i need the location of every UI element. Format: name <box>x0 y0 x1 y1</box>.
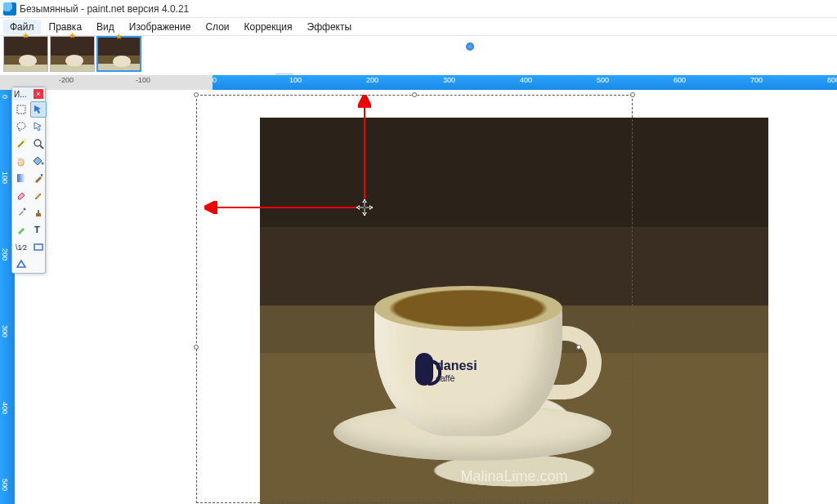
ruler-h-label: 0 <box>213 76 217 84</box>
menu-adjust[interactable]: Коррекция <box>238 20 299 34</box>
selection-handle[interactable] <box>576 345 581 350</box>
tool-shapes-rect[interactable] <box>30 239 47 255</box>
ruler-v-label: 200 <box>1 248 9 261</box>
document-thumbnails: ★ ★ ★ <box>0 36 837 72</box>
tool-shapes-tri[interactable] <box>13 256 29 272</box>
horizontal-ruler[interactable]: -300-200-1000100200300400500600700800900 <box>15 75 837 90</box>
close-icon[interactable]: × <box>34 89 43 99</box>
tool-clone[interactable] <box>30 204 47 221</box>
svg-point-29 <box>34 140 41 146</box>
svg-rect-33 <box>41 174 43 176</box>
svg-text:T: T <box>34 225 40 234</box>
svg-point-28 <box>17 123 25 129</box>
menu-effects[interactable]: Эффекты <box>301 20 359 34</box>
tool-pan[interactable] <box>13 153 29 169</box>
tool-eraser[interactable] <box>13 187 29 203</box>
svg-line-30 <box>40 145 43 149</box>
tool-line[interactable]: \1⁄2 <box>13 239 29 255</box>
unsaved-star-icon: ★ <box>22 31 29 40</box>
svg-rect-32 <box>17 174 25 182</box>
ruler-h-label: -100 <box>136 76 150 84</box>
ruler-v-label: 300 <box>1 325 9 337</box>
ruler-h-label: 700 <box>750 76 763 84</box>
tool-move-selected[interactable] <box>30 101 47 118</box>
tool-rect-select[interactable] <box>13 101 29 118</box>
tools-panel-title: И... <box>14 90 27 99</box>
ruler-h-label: 200 <box>366 76 378 84</box>
selection-handle[interactable] <box>194 92 199 97</box>
menu-bar: Файл Правка Вид Изображение Слои Коррекц… <box>0 18 837 36</box>
ruler-v-label: 100 <box>1 172 9 184</box>
tool-zoom[interactable] <box>30 136 47 152</box>
tool-move-selection[interactable] <box>30 118 47 135</box>
svg-rect-27 <box>17 105 25 114</box>
ruler-h-label: 400 <box>520 76 532 84</box>
menu-layers[interactable]: Слои <box>199 20 235 34</box>
selection-handle[interactable] <box>412 92 417 97</box>
ruler-h-label: -200 <box>59 76 74 84</box>
workspace: -300-200-1000100200300400500600700800900… <box>0 75 837 504</box>
tool-paint-bucket[interactable] <box>30 153 47 169</box>
window-title: Безымянный - paint.net версия 4.0.21 <box>20 3 189 15</box>
ruler-v-label: 0 <box>1 95 9 99</box>
blue-dot-icon <box>466 42 474 51</box>
tool-color-picker[interactable] <box>13 204 29 221</box>
ruler-h-label: 100 <box>289 76 302 84</box>
tool-recolor[interactable] <box>13 221 29 238</box>
tool-lasso[interactable] <box>13 118 29 135</box>
ruler-h-label: 600 <box>674 76 686 84</box>
tool-magic-wand[interactable] <box>13 136 29 152</box>
ruler-h-label: 300 <box>443 76 455 84</box>
svg-rect-35 <box>36 213 41 216</box>
tool-gradient[interactable] <box>13 170 29 186</box>
selection-handle[interactable] <box>630 92 635 97</box>
svg-point-31 <box>42 163 44 165</box>
menu-image[interactable]: Изображение <box>123 20 198 34</box>
ruler-v-label: 500 <box>1 479 9 491</box>
selection-handle[interactable] <box>194 345 199 350</box>
tools-panel[interactable]: И... × T \1⁄2 <box>11 87 46 274</box>
ruler-h-label: 500 <box>597 76 609 84</box>
ruler-h-label: 800 <box>827 76 837 84</box>
ruler-v-label: 400 <box>1 402 9 414</box>
thumbnail-3[interactable]: ★ <box>96 36 141 72</box>
menu-edit[interactable]: Правка <box>43 20 89 34</box>
unsaved-star-icon: ★ <box>69 31 76 40</box>
selection-rect[interactable] <box>196 95 633 503</box>
unsaved-star-icon: ★ <box>115 32 123 41</box>
app-icon <box>3 2 16 16</box>
svg-point-34 <box>24 208 26 211</box>
move-cursor-icon <box>356 199 373 216</box>
svg-rect-36 <box>38 210 39 213</box>
tool-pencil[interactable] <box>30 187 47 203</box>
tool-paintbrush[interactable] <box>30 170 47 186</box>
svg-text:\1⁄2: \1⁄2 <box>16 243 27 252</box>
thumbnail-2[interactable]: ★ <box>50 36 95 72</box>
canvas-area[interactable]: danesicaffè MalinaLime.com <box>15 90 837 504</box>
thumbnail-1[interactable]: ★ <box>3 36 48 72</box>
tool-text[interactable]: T <box>30 221 47 238</box>
svg-rect-39 <box>34 244 43 250</box>
